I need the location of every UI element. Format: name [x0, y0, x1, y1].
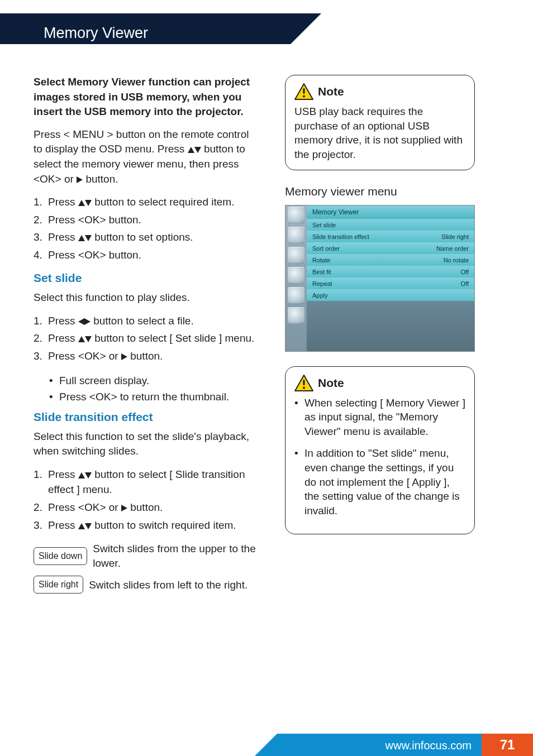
note-body: USB play back requires the purchase of a… [294, 104, 465, 162]
up-arrow-icon [78, 235, 85, 241]
step-item: Press <OK> or button. [34, 348, 257, 364]
up-arrow-icon [78, 336, 85, 342]
right-arrow-icon [121, 505, 127, 511]
menu-row-value: Slide right [441, 233, 469, 240]
side-icon [288, 287, 304, 304]
menu-row: Sort orderName order [307, 242, 474, 254]
page-footer: www.infocus.com 71 [0, 728, 533, 756]
svg-rect-1 [303, 88, 304, 94]
option-desc: Switch slides from the upper to the lowe… [93, 542, 257, 570]
option-label: Slide right [34, 576, 83, 594]
step-text: Press [48, 196, 78, 208]
step-item: Press button to select required item. [34, 194, 257, 210]
step-text: Press <OK> button. [48, 249, 141, 261]
sub-item: Press <OK> to return the thumbnail. [49, 389, 257, 405]
step-item: Press <OK> or button. [34, 500, 257, 515]
step-text: Press <OK> or [48, 501, 121, 513]
section-header-tab: Memory Viewer [0, 13, 499, 52]
step-text: button to select [ Set slide ] menu. [92, 332, 255, 344]
step-text: Press [48, 332, 78, 344]
menu-row-label: Set slide [312, 222, 336, 228]
step-item: Press button to select a file. [34, 313, 257, 329]
set-slide-sublist: Full screen display.Press <OK> to return… [49, 373, 257, 405]
section-title: Memory Viewer [0, 25, 148, 42]
left-column: Select Memory Viewer function can projec… [34, 75, 257, 599]
set-slide-desc: Select this function to play slides. [34, 290, 257, 305]
warning-icon [294, 83, 313, 100]
menu-row-label: Slide transition effect [312, 233, 369, 240]
note-list: When selecting [ Memory Viewer ] as inpu… [294, 396, 465, 518]
menu-row-label: Apply [312, 292, 328, 299]
step-text: button to select required item. [92, 196, 235, 208]
step-text: Press <OK> or [48, 350, 121, 362]
note-box-1: Note USB play back requires the purchase… [285, 75, 475, 170]
note-item: In addition to "Set slide" menu, even ch… [294, 446, 465, 518]
step-item: Press <OK> button. [34, 247, 257, 263]
up-arrow-icon [78, 472, 85, 479]
svg-point-2 [303, 95, 305, 98]
menu-row: RotateNo rotate [307, 254, 474, 266]
menu-row: Slide transition effectSlide right [307, 231, 474, 242]
step-text: Press [48, 468, 78, 480]
menu-row-label: Rotate [312, 257, 330, 264]
right-arrow-icon [84, 318, 91, 325]
menu-row-value: Off [461, 280, 469, 287]
step-item: Press <OK> button. [34, 212, 257, 228]
menu-panel-title: Memory viewer menu [285, 185, 475, 198]
side-icon [288, 207, 304, 223]
menu-row: RepeatOff [307, 277, 474, 289]
up-arrow-icon [188, 147, 194, 153]
step-item: Press button to select [ Slide transitio… [34, 467, 257, 497]
side-icon [288, 307, 304, 324]
nav-instructions: Press < MENU > button on the remote cont… [34, 127, 257, 186]
menu-row-label: Best fit [312, 269, 331, 275]
transition-desc: Select this function to set the slide's … [34, 429, 257, 459]
note-box-2: Note When selecting [ Memory Viewer ] as… [285, 366, 475, 534]
option-label: Slide down [34, 547, 87, 565]
down-arrow-icon [85, 336, 92, 342]
menu-row-value: Name order [436, 245, 469, 252]
note-title: Note [318, 376, 344, 390]
nav-c: button. [83, 173, 118, 185]
step-text: button. [127, 350, 163, 362]
warning-icon [294, 375, 313, 391]
menu-side-icons [285, 205, 307, 351]
down-arrow-icon [85, 235, 92, 241]
menu-header: Memory Viewer [307, 205, 474, 219]
down-arrow-icon [85, 472, 92, 479]
right-arrow-icon [121, 353, 127, 360]
svg-point-5 [303, 386, 305, 389]
menu-row: Apply [307, 289, 474, 301]
step-item: Press button to select [ Set slide ] men… [34, 331, 257, 346]
sub-item: Full screen display. [49, 373, 257, 389]
step-text: Press <OK> button. [48, 214, 141, 226]
note-title: Note [318, 85, 344, 98]
step-text: Press [48, 519, 78, 531]
transition-steps: Press button to select [ Slide transitio… [34, 467, 257, 533]
down-arrow-icon [85, 523, 92, 529]
set-slide-steps: Press button to select a file.Press butt… [34, 313, 257, 364]
menu-row-value: No rotate [444, 257, 469, 264]
step-text: button to switch required item. [92, 519, 236, 531]
step-item: Press button to set options. [34, 229, 257, 245]
up-arrow-icon [78, 523, 85, 529]
up-arrow-icon [78, 200, 85, 206]
left-arrow-icon [78, 318, 84, 325]
menu-screenshot: Memory Viewer Set slideSlide transition … [285, 205, 475, 352]
set-slide-heading: Set slide [34, 271, 257, 285]
side-icon [288, 247, 304, 264]
page-number: 71 [482, 734, 533, 756]
option-desc: Switch slides from left to the right. [89, 578, 248, 592]
menu-row: Set slide [307, 219, 474, 231]
side-icon [288, 267, 304, 284]
down-arrow-icon [194, 147, 201, 153]
step-text: button to set options. [92, 231, 193, 243]
menu-row: Best fitOff [307, 266, 474, 277]
right-arrow-icon [77, 176, 83, 183]
svg-rect-4 [303, 380, 304, 385]
intro-text: Select Memory Viewer function can projec… [34, 75, 257, 119]
step-text: button. [127, 501, 163, 513]
option-row: Slide rightSwitch slides from left to th… [34, 576, 257, 594]
side-icon [288, 227, 304, 243]
right-column: Note USB play back requires the purchase… [285, 75, 475, 599]
